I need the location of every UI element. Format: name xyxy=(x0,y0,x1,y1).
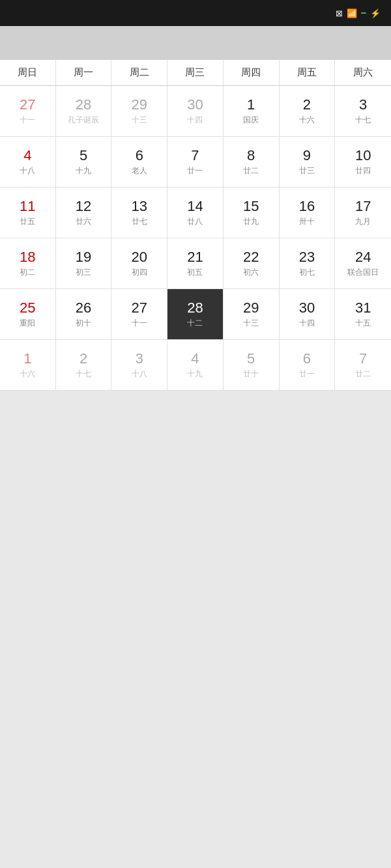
day-cell[interactable]: 18初二 xyxy=(0,238,56,289)
day-number: 3 xyxy=(359,96,367,113)
day-cell[interactable]: 1国庆 xyxy=(224,86,280,137)
day-number: 11 xyxy=(20,198,35,215)
day-number: 12 xyxy=(76,198,91,215)
wifi-icon: 📶 xyxy=(347,8,357,18)
day-cell[interactable]: 29十三 xyxy=(111,86,167,137)
day-number: 2 xyxy=(303,96,311,113)
rest-area xyxy=(0,391,391,781)
day-number: 5 xyxy=(247,350,255,367)
day-cell[interactable]: 27十一 xyxy=(0,86,56,137)
day-cell[interactable]: 14廿八 xyxy=(167,188,224,238)
day-cell[interactable]: 16卅十 xyxy=(280,188,336,238)
day-number: 19 xyxy=(76,249,91,266)
day-subtitle: 初四 xyxy=(132,267,147,278)
day-cell[interactable]: 27十一 xyxy=(111,289,167,340)
day-cell[interactable]: 4十九 xyxy=(167,340,224,391)
day-cell[interactable]: 30十四 xyxy=(280,289,336,340)
day-cell[interactable]: 12廿六 xyxy=(56,188,112,238)
next-month-button[interactable] xyxy=(368,40,378,46)
day-cell[interactable]: 28孔子诞辰 xyxy=(56,86,112,137)
day-number: 10 xyxy=(355,147,371,164)
day-subtitle: 廿六 xyxy=(76,216,91,227)
day-subtitle: 十三 xyxy=(243,318,259,329)
day-cell[interactable]: 25重阳 xyxy=(0,289,56,340)
day-number: 1 xyxy=(247,96,255,113)
day-number: 30 xyxy=(299,300,315,316)
day-subtitle: 廿三 xyxy=(299,165,315,176)
day-subtitle: 十四 xyxy=(187,115,203,126)
day-cell[interactable]: 22初六 xyxy=(224,238,280,289)
day-cell[interactable]: 29十三 xyxy=(224,289,280,340)
day-cell[interactable]: 6廿一 xyxy=(280,340,336,391)
day-cell[interactable]: 21初五 xyxy=(167,238,224,289)
day-cell[interactable]: 19初三 xyxy=(56,238,112,289)
calendar-header xyxy=(0,26,391,60)
day-number: 26 xyxy=(76,300,91,316)
day-number: 20 xyxy=(132,249,147,266)
day-cell[interactable]: 23初七 xyxy=(280,238,336,289)
day-number: 23 xyxy=(299,249,315,266)
day-cell[interactable]: 3十八 xyxy=(111,340,167,391)
day-cell[interactable]: 4十八 xyxy=(0,137,56,188)
day-cell[interactable]: 20初四 xyxy=(111,238,167,289)
day-subtitle: 廿七 xyxy=(132,216,147,227)
day-subtitle: 联合国日 xyxy=(347,267,379,278)
day-number: 5 xyxy=(80,147,87,164)
day-subtitle: 初五 xyxy=(187,267,203,278)
status-right: ⊠ 📶 ⚡ xyxy=(332,8,381,18)
day-subtitle: 初十 xyxy=(76,318,91,329)
day-cell[interactable]: 7廿一 xyxy=(167,137,224,188)
weekday-label: 周二 xyxy=(111,60,167,85)
day-subtitle: 十二 xyxy=(187,318,203,329)
day-cell[interactable]: 3十七 xyxy=(335,86,391,137)
day-subtitle: 廿九 xyxy=(243,216,259,227)
day-subtitle: 廿一 xyxy=(299,369,315,380)
day-subtitle: 初三 xyxy=(76,267,91,278)
day-number: 6 xyxy=(136,147,143,164)
day-cell[interactable]: 31十五 xyxy=(335,289,391,340)
day-subtitle: 廿二 xyxy=(355,369,371,380)
day-number: 31 xyxy=(355,300,371,316)
day-cell[interactable]: 2十七 xyxy=(56,340,112,391)
day-cell[interactable]: 13廿七 xyxy=(111,188,167,238)
day-number: 24 xyxy=(355,249,371,266)
day-number: 28 xyxy=(76,96,91,113)
weekday-label: 周五 xyxy=(280,60,336,85)
prev-month-button[interactable] xyxy=(13,40,23,46)
day-subtitle: 廿四 xyxy=(355,165,371,176)
day-number: 3 xyxy=(136,350,143,367)
day-cell[interactable]: 30十四 xyxy=(167,86,224,137)
day-cell[interactable]: 5廿十 xyxy=(224,340,280,391)
day-cell[interactable]: 11廿五 xyxy=(0,188,56,238)
day-cell[interactable]: 15廿九 xyxy=(224,188,280,238)
day-subtitle: 重阳 xyxy=(20,318,35,329)
day-number: 29 xyxy=(243,300,259,316)
status-bar: ⊠ 📶 ⚡ xyxy=(0,0,391,26)
day-cell[interactable]: 24联合国日 xyxy=(335,238,391,289)
day-cell[interactable]: 26初十 xyxy=(56,289,112,340)
day-cell[interactable]: 5十九 xyxy=(56,137,112,188)
day-number: 22 xyxy=(243,249,259,266)
day-subtitle: 廿二 xyxy=(243,165,259,176)
day-cell[interactable]: 28十二 xyxy=(167,289,224,340)
day-number: 14 xyxy=(187,198,203,215)
day-cell[interactable]: 1十六 xyxy=(0,340,56,391)
network-icon: ⊠ xyxy=(336,8,343,18)
day-cell[interactable]: 2十六 xyxy=(280,86,336,137)
day-subtitle: 孔子诞辰 xyxy=(68,115,99,126)
day-number: 6 xyxy=(303,350,311,367)
day-cell[interactable]: 6老人 xyxy=(111,137,167,188)
day-subtitle: 国庆 xyxy=(243,115,259,126)
day-number: 2 xyxy=(80,350,87,367)
day-cell[interactable]: 17九月 xyxy=(335,188,391,238)
day-cell[interactable]: 9廿三 xyxy=(280,137,336,188)
day-subtitle: 十七 xyxy=(76,369,91,380)
calendar-grid: 27十一28孔子诞辰29十三30十四1国庆2十六3十七4十八5十九6老人7廿一8… xyxy=(0,86,391,391)
day-cell[interactable]: 10廿四 xyxy=(335,137,391,188)
day-cell[interactable]: 8廿二 xyxy=(224,137,280,188)
day-subtitle: 初二 xyxy=(20,267,35,278)
day-subtitle: 初七 xyxy=(299,267,315,278)
day-cell[interactable]: 7廿二 xyxy=(335,340,391,391)
day-subtitle: 廿八 xyxy=(187,216,203,227)
day-number: 7 xyxy=(359,350,367,367)
